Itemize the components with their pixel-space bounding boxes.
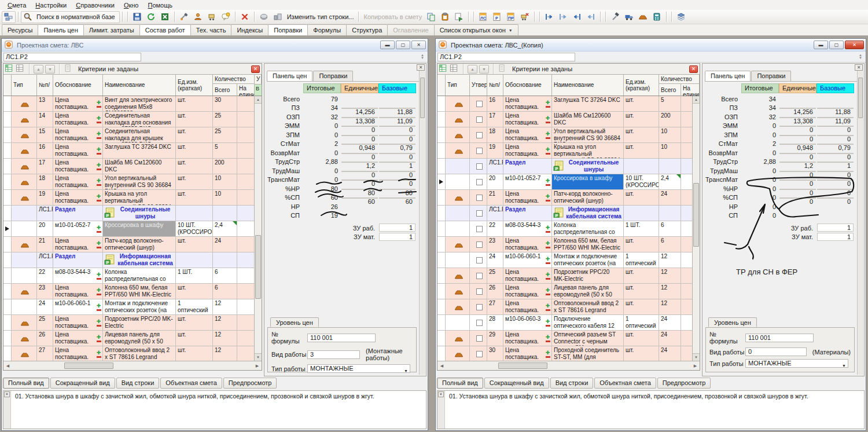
price-base-input[interactable]: 0	[817, 126, 854, 127]
price-unit-input[interactable]: 0	[779, 135, 816, 136]
price-base-input[interactable]: 0	[379, 180, 415, 181]
price-unit-input[interactable]: 0	[341, 180, 378, 181]
tools-button[interactable]	[177, 11, 191, 23]
scroll-down-arrow[interactable]: ▼	[693, 353, 700, 361]
price-unit-input[interactable]: 0	[779, 126, 816, 127]
strip-tab-11[interactable]: Список открытых окон▼	[434, 24, 518, 35]
view-tab-2[interactable]: Сокращенный вид	[484, 378, 549, 389]
save-button[interactable]	[130, 11, 144, 23]
strip-tab-4[interactable]: Состав работ	[139, 24, 191, 35]
price-base-input[interactable]: 11,09	[379, 117, 415, 118]
quantity-group-header[interactable]: Количество	[213, 75, 255, 84]
remove-icon[interactable]	[546, 231, 550, 233]
column-header[interactable]: Наименование	[552, 75, 624, 96]
work-type-select[interactable]: МОНТАЖНЫЕ▼	[307, 364, 410, 373]
add-icon[interactable]: ✚	[545, 225, 550, 230]
add-icon[interactable]: ✚	[96, 116, 101, 120]
minimize-button[interactable]: ▬	[380, 41, 395, 49]
add-icon[interactable]: ✚	[545, 335, 550, 339]
add-icon[interactable]: ✚	[96, 335, 101, 339]
close-button[interactable]: ✕	[411, 41, 426, 49]
close-icon[interactable]: ✕	[4, 391, 10, 397]
remove-icon[interactable]	[546, 356, 550, 358]
column-header[interactable]	[437, 75, 446, 96]
remove-icon[interactable]	[546, 278, 550, 280]
view-tab-2[interactable]: Сокращенный вид	[50, 378, 115, 389]
add-icon[interactable]: ✚	[545, 350, 550, 355]
binocular-button[interactable]	[257, 11, 271, 23]
scrollbar-thumb[interactable]	[255, 235, 261, 299]
approve-checkbox[interactable]	[476, 179, 483, 185]
scroll-up-arrow[interactable]: ▲	[255, 96, 262, 104]
move-down-button[interactable]: ▼	[45, 65, 55, 74]
column-header[interactable]: Обоснование	[53, 75, 103, 96]
table-row[interactable]: 20м10-01-052-7✚Кроссировка в шкафу10 ШТ.…	[437, 174, 700, 190]
remove-icon[interactable]	[546, 106, 550, 108]
remove-icon[interactable]	[546, 247, 550, 248]
add-icon[interactable]: ✚	[545, 319, 550, 324]
scroll-up-arrow[interactable]: ▲	[693, 96, 700, 104]
group-view-icon[interactable]	[439, 64, 448, 74]
strip-tab-7[interactable]: Поправки	[268, 24, 308, 35]
paste-special-button[interactable]	[452, 11, 466, 23]
add-icon[interactable]: ✚	[96, 131, 101, 136]
price-base-input[interactable]: 60	[379, 197, 415, 199]
table-row[interactable]: 17Цена поставщика.✚Шайба М6 См120600 DKC…	[3, 159, 262, 174]
vertical-scrollbar[interactable]: ▲▼	[692, 96, 700, 361]
remove-icon[interactable]	[546, 309, 550, 311]
price-unit-input[interactable]: 0	[341, 135, 378, 136]
remove-icon[interactable]	[97, 356, 101, 358]
restore-button[interactable]: ▢	[396, 41, 410, 49]
scrollbar-thumb[interactable]	[64, 363, 113, 369]
work-kind-input[interactable]: 3	[307, 350, 360, 359]
remove-icon[interactable]	[546, 262, 550, 264]
scrollbar-thumb[interactable]	[858, 78, 863, 118]
window-titlebar[interactable]: Проектная смета: ЛВС▬▢✕	[2, 39, 428, 52]
add-icon[interactable]: ✚	[545, 178, 550, 183]
price-base-input[interactable]: 0	[817, 197, 854, 199]
column-header[interactable]: Обоснование	[503, 75, 552, 96]
remove-icon[interactable]	[97, 137, 101, 139]
approve-checkbox[interactable]	[476, 335, 483, 342]
table-row[interactable]: 13Цена поставщика.✚Винт для электрическо…	[3, 96, 262, 112]
column-header[interactable]: Ед.изм. (краткая)	[176, 75, 213, 96]
view-tab-1[interactable]: Полный вид	[437, 378, 483, 389]
price-tab-1[interactable]: Панель цен	[267, 71, 312, 81]
price-unit-input[interactable]: 0	[779, 153, 816, 154]
view-tab-5[interactable]: Предпросмотр	[657, 378, 711, 389]
window-titlebar[interactable]: Проектная смета: ЛВС_(Копия)▬▢✕	[436, 39, 866, 52]
add-icon[interactable]: ✚	[96, 288, 101, 292]
section-row[interactable]: ЛС1.РРазделРСоединительные шнуры	[437, 159, 700, 174]
approve-checkbox[interactable]	[476, 226, 483, 232]
price-unit-input[interactable]: 14,256	[779, 108, 816, 109]
remove-icon[interactable]	[546, 294, 550, 295]
price-extra-input[interactable]: 1	[817, 224, 854, 232]
scrollbar-thumb[interactable]	[693, 183, 699, 247]
materials-button[interactable]	[636, 11, 650, 23]
remove-icon[interactable]	[97, 184, 101, 186]
layers-button[interactable]	[674, 11, 688, 23]
close-icon[interactable]: ✕	[438, 391, 444, 397]
panel-close-button[interactable]: ✕	[855, 64, 863, 71]
table-row[interactable]: 18Цена поставщика.✚Угол вертикальный вну…	[3, 174, 262, 190]
add-icon[interactable]: ✚	[96, 225, 101, 230]
view-tab-1[interactable]: Полный вид	[3, 378, 49, 389]
add-icon[interactable]: ✚	[545, 241, 550, 246]
subsection-button[interactable]: ПР	[504, 11, 518, 23]
approve-checkbox[interactable]	[476, 163, 483, 170]
panel-close-button[interactable]: ✕	[417, 64, 425, 71]
add-icon[interactable]: ✚	[96, 303, 101, 308]
price-tab-2[interactable]: Поправки	[313, 71, 353, 81]
column-header[interactable]: Утвер	[470, 75, 487, 96]
horizontal-scrollbar[interactable]: ◀▶	[3, 361, 262, 370]
scrollbar-thumb[interactable]	[498, 363, 547, 369]
view-tab-4[interactable]: Объектная смета	[160, 378, 222, 389]
table-row[interactable]: 18Цена поставщика.✚Угол вертикальный вну…	[437, 127, 700, 143]
price-extra-input[interactable]: 1	[817, 233, 854, 241]
approve-checkbox[interactable]	[476, 241, 483, 248]
menu-item-2[interactable]: Настройки	[31, 1, 71, 9]
table-row[interactable]: 21Цена поставщика.✚Патч-корд волоконно-о…	[437, 190, 700, 206]
local-estimate-button[interactable]: ЛС	[476, 11, 490, 23]
remove-icon[interactable]	[546, 122, 550, 123]
price-base-input[interactable]: 1	[379, 162, 415, 163]
